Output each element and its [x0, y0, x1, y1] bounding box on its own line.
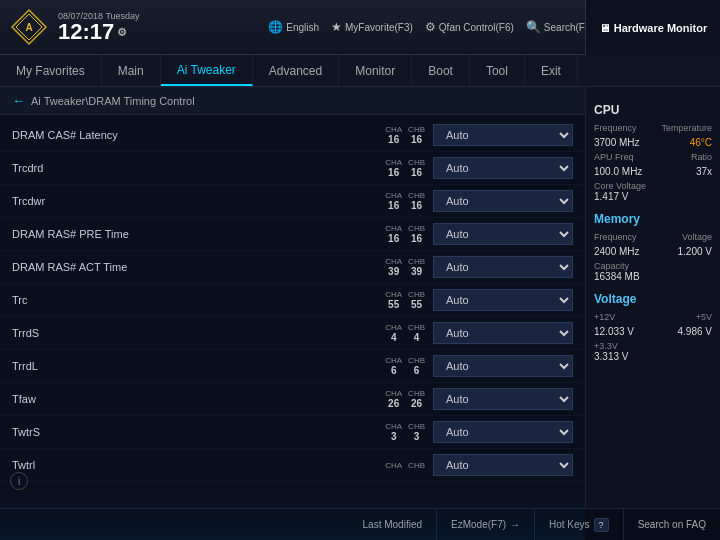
cpu-freq-label: Frequency — [594, 123, 637, 133]
cpu-apu-freq-label: APU Freq — [594, 152, 634, 162]
dropdown-trc[interactable]: Auto — [433, 289, 573, 311]
v33-label: +3.3V — [594, 341, 712, 351]
language-tool[interactable]: 🌐 English — [268, 20, 319, 34]
mem-voltage-value: 1.200 V — [678, 246, 712, 257]
hw-monitor-header-panel: 🖥 Hardware Monitor — [585, 0, 720, 55]
channels-trc: CHA 55 CHB 55 — [385, 290, 425, 310]
time-display: 12:17 ⚙ — [58, 21, 127, 43]
setting-row-twtrl[interactable]: Twtrl CHA CHB Auto — [0, 449, 585, 482]
setting-row-trrds[interactable]: TrrdS CHA 4 CHB 4 Auto — [0, 317, 585, 350]
setting-name-dram-ras-pre: DRAM RAS# PRE Time — [12, 228, 182, 240]
svg-text:A: A — [25, 22, 32, 33]
v12-value: 12.033 V — [594, 326, 634, 337]
settings-list: DRAM CAS# Latency CHA 16 CHB 16 Auto Tr — [0, 115, 585, 508]
dropdown-dram-ras-pre[interactable]: Auto — [433, 223, 573, 245]
breadcrumb: ← Ai Tweaker\DRAM Timing Control — [0, 87, 585, 115]
hotkeys-badge: ? — [594, 518, 609, 532]
nav-main[interactable]: Main — [102, 55, 161, 86]
setting-name-dram-ras-act: DRAM RAS# ACT Time — [12, 261, 182, 273]
search-faq-label: Search on FAQ — [638, 519, 706, 530]
setting-row-dram-cas[interactable]: DRAM CAS# Latency CHA 16 CHB 16 Auto — [0, 119, 585, 152]
dropdown-twtrs[interactable]: Auto — [433, 421, 573, 443]
cpu-frequency-row: Frequency Temperature — [594, 123, 712, 133]
setting-row-twtrs[interactable]: TwtrS CHA 3 CHB 3 Auto — [0, 416, 585, 449]
nav-tool[interactable]: Tool — [470, 55, 525, 86]
qfan-label: Qfan Control(F6) — [439, 22, 514, 33]
hotkeys-item[interactable]: Hot Keys ? — [535, 509, 624, 540]
header-bar: A 08/07/2018 Tuesday 12:17 ⚙ 🌐 English ★… — [0, 0, 720, 55]
dropdown-dram-cas[interactable]: Auto — [433, 124, 573, 146]
channels-twtrl: CHA CHB — [385, 461, 425, 470]
setting-row-tfaw[interactable]: Tfaw CHA 26 CHB 26 Auto — [0, 383, 585, 416]
cpu-section-title: CPU — [594, 103, 712, 117]
language-icon: 🌐 — [268, 20, 283, 34]
myfavorite-label: MyFavorite(F3) — [345, 22, 413, 33]
asus-logo-icon: A — [10, 8, 48, 46]
search-icon: 🔍 — [526, 20, 541, 34]
mem-capacity-label: Capacity — [594, 261, 712, 271]
language-label: English — [286, 22, 319, 33]
main-content: ← Ai Tweaker\DRAM Timing Control DRAM CA… — [0, 87, 720, 508]
qfan-tool[interactable]: ⚙ Qfan Control(F6) — [425, 20, 514, 34]
cpu-ratio-value: 37x — [696, 166, 712, 177]
settings-icon[interactable]: ⚙ — [117, 27, 127, 38]
time-value: 12:17 — [58, 21, 114, 43]
channels-dram-ras-act: CHA 39 CHB 39 — [385, 257, 425, 277]
setting-name-twtrl: Twtrl — [12, 459, 182, 471]
nav-advanced[interactable]: Advanced — [253, 55, 339, 86]
ezmode-item[interactable]: EzMode(F7) → — [437, 509, 535, 540]
setting-name-trcdwr: Trcdwr — [12, 195, 182, 207]
myfavorite-tool[interactable]: ★ MyFavorite(F3) — [331, 20, 413, 34]
dropdown-twtrl[interactable]: Auto — [433, 454, 573, 476]
v5-value: 4.986 V — [678, 326, 712, 337]
mem-freq-label: Frequency — [594, 232, 637, 242]
channels-trrds: CHA 4 CHB 4 — [385, 323, 425, 343]
setting-name-twtrs: TwtrS — [12, 426, 182, 438]
dropdown-trrds[interactable]: Auto — [433, 322, 573, 344]
setting-row-trc[interactable]: Trc CHA 55 CHB 55 Auto — [0, 284, 585, 317]
setting-row-trcdrd[interactable]: Trcdrd CHA 16 CHB 16 Auto — [0, 152, 585, 185]
setting-row-trcdwr[interactable]: Trcdwr CHA 16 CHB 16 Auto — [0, 185, 585, 218]
cpu-core-voltage-value: 1.417 V — [594, 191, 712, 202]
mem-capacity-value: 16384 MB — [594, 271, 712, 282]
date-time-area: 08/07/2018 Tuesday 12:17 ⚙ — [58, 11, 140, 43]
cpu-core-voltage-label: Core Voltage — [594, 181, 712, 191]
nav-boot[interactable]: Boot — [412, 55, 470, 86]
cpu-apu-row-labels: APU Freq Ratio — [594, 152, 712, 162]
search-tool[interactable]: 🔍 Search(F9) — [526, 20, 594, 34]
nav-exit[interactable]: Exit — [525, 55, 578, 86]
cpu-temp-value: 46°C — [690, 137, 712, 148]
dropdown-dram-ras-act[interactable]: Auto — [433, 256, 573, 278]
channel-b-group: CHB 16 — [408, 125, 425, 145]
ezmode-label: EzMode(F7) — [451, 519, 506, 530]
voltage-12-5-labels: +12V +5V — [594, 312, 712, 322]
setting-row-dram-ras-pre[interactable]: DRAM RAS# PRE Time CHA 16 CHB 16 Auto — [0, 218, 585, 251]
channels-dram-ras-pre: CHA 16 CHB 16 — [385, 224, 425, 244]
dropdown-trcdrd[interactable]: Auto — [433, 157, 573, 179]
info-icon[interactable]: i — [10, 472, 28, 490]
setting-name-trrdl: TrrdL — [12, 360, 182, 372]
hotkeys-label: Hot Keys — [549, 519, 590, 530]
memory-section-title: Memory — [594, 212, 712, 226]
left-panel: ← Ai Tweaker\DRAM Timing Control DRAM CA… — [0, 87, 585, 508]
mem-freq-value: 2400 MHz — [594, 246, 640, 257]
nav-my-favorites[interactable]: My Favorites — [0, 55, 102, 86]
back-arrow-icon[interactable]: ← — [12, 93, 25, 108]
nav-ai-tweaker[interactable]: Ai Tweaker — [161, 55, 253, 86]
hw-monitor-header-label: 🖥 Hardware Monitor — [599, 22, 708, 34]
dropdown-tfaw[interactable]: Auto — [433, 388, 573, 410]
search-faq-item[interactable]: Search on FAQ — [624, 509, 720, 540]
setting-name-trrds: TrrdS — [12, 327, 182, 339]
footer: Last Modified EzMode(F7) → Hot Keys ? Se… — [0, 508, 720, 540]
footer-main: Last Modified EzMode(F7) → Hot Keys ? Se… — [0, 509, 720, 540]
hw-monitor-panel: CPU Frequency Temperature 3700 MHz 46°C … — [585, 87, 720, 508]
cpu-apu-freq-value: 100.0 MHz — [594, 166, 642, 177]
setting-row-trrdl[interactable]: TrrdL CHA 6 CHB 6 Auto — [0, 350, 585, 383]
nav-monitor[interactable]: Monitor — [339, 55, 412, 86]
channels-tfaw: CHA 26 CHB 26 — [385, 389, 425, 409]
channels-trcdrd: CHA 16 CHB 16 — [385, 158, 425, 178]
dropdown-trcdwr[interactable]: Auto — [433, 190, 573, 212]
dropdown-trrdl[interactable]: Auto — [433, 355, 573, 377]
setting-row-dram-ras-act[interactable]: DRAM RAS# ACT Time CHA 39 CHB 39 Auto — [0, 251, 585, 284]
cpu-frequency-value-row: 3700 MHz 46°C — [594, 137, 712, 148]
